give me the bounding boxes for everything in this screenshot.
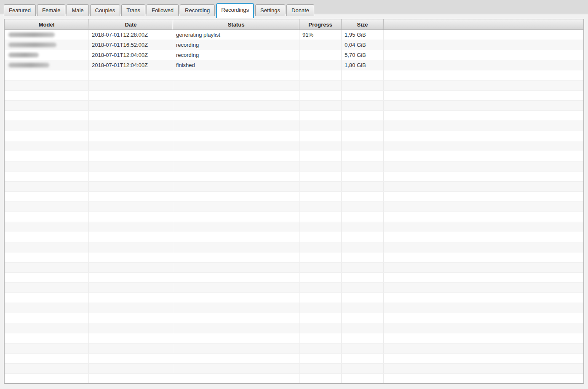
cell-filler bbox=[384, 293, 583, 303]
cell-progress bbox=[299, 232, 342, 242]
cell-model bbox=[5, 303, 89, 313]
cell-date bbox=[89, 141, 173, 151]
tab-couples[interactable]: Couples bbox=[90, 4, 120, 16]
status-value: finished bbox=[176, 62, 195, 68]
cell-date bbox=[89, 80, 173, 90]
tab-followed[interactable]: Followed bbox=[147, 4, 179, 16]
empty-row bbox=[5, 70, 583, 80]
cell-model bbox=[5, 172, 89, 181]
date-value: 2018-07-01T12:28:00Z bbox=[92, 32, 148, 38]
cell-model bbox=[5, 161, 89, 171]
cell-filler bbox=[384, 121, 583, 131]
model-name-redacted bbox=[8, 32, 55, 37]
cell-filler bbox=[384, 323, 583, 333]
tab-recordings[interactable]: Recordings bbox=[216, 3, 254, 18]
cell-progress bbox=[299, 172, 342, 181]
cell-progress bbox=[299, 60, 342, 70]
cell-model bbox=[5, 273, 89, 282]
cell-progress bbox=[299, 182, 342, 191]
cell-progress bbox=[299, 242, 342, 252]
column-header-status[interactable]: Status bbox=[173, 19, 299, 30]
cell-progress bbox=[299, 101, 342, 110]
cell-size bbox=[342, 80, 384, 90]
tab-label: Couples bbox=[95, 7, 115, 13]
cell-size bbox=[342, 283, 384, 292]
cell-status bbox=[173, 101, 299, 110]
tab-label: Featured bbox=[9, 7, 31, 13]
tab-recording[interactable]: Recording bbox=[180, 4, 215, 16]
cell-status bbox=[173, 161, 299, 171]
cell-progress bbox=[299, 273, 342, 282]
cell-date bbox=[89, 242, 173, 252]
tab-label: Recordings bbox=[221, 7, 249, 13]
cell-date bbox=[89, 182, 173, 191]
cell-date bbox=[89, 131, 173, 141]
date-value: 2018-07-01T16:52:00Z bbox=[92, 42, 148, 48]
cell-date bbox=[89, 111, 173, 121]
tab-trans[interactable]: Trans bbox=[121, 4, 145, 16]
cell-model bbox=[5, 313, 89, 323]
empty-row bbox=[5, 80, 583, 91]
cell-date bbox=[89, 293, 173, 303]
cell-size bbox=[342, 242, 384, 252]
model-name-redacted bbox=[8, 63, 49, 67]
status-value: recording bbox=[176, 52, 199, 58]
cell-progress bbox=[299, 283, 342, 292]
tab-female[interactable]: Female bbox=[37, 4, 65, 16]
cell-model bbox=[5, 70, 89, 80]
recording-row[interactable]: 2018-07-01T12:04:00Zfinished1,80 GiB bbox=[5, 60, 583, 70]
column-header-date[interactable]: Date bbox=[89, 19, 173, 30]
cell-progress bbox=[299, 374, 342, 384]
cell-size bbox=[342, 374, 384, 384]
recording-row[interactable]: 2018-07-01T12:28:00Zgenerating playlist9… bbox=[5, 30, 583, 40]
cell-size bbox=[342, 303, 384, 313]
cell-status bbox=[173, 182, 299, 191]
cell-progress bbox=[299, 50, 342, 60]
empty-row bbox=[5, 293, 583, 303]
cell-status bbox=[173, 222, 299, 232]
cell-progress bbox=[299, 252, 342, 262]
tab-donate[interactable]: Donate bbox=[286, 4, 314, 16]
cell-size bbox=[342, 293, 384, 303]
cell-size bbox=[342, 343, 384, 353]
cell-size bbox=[342, 313, 384, 323]
tab-featured[interactable]: Featured bbox=[4, 4, 36, 16]
empty-row bbox=[5, 343, 583, 354]
cell-date bbox=[89, 252, 173, 262]
recording-row[interactable]: 2018-07-01T12:04:00Zrecording5,70 GiB bbox=[5, 50, 583, 60]
column-header-size[interactable]: Size bbox=[342, 19, 384, 30]
cell-model bbox=[5, 30, 89, 40]
cell-progress bbox=[299, 91, 342, 100]
cell-progress bbox=[299, 333, 342, 343]
cell-status bbox=[173, 91, 299, 100]
cell-date bbox=[89, 70, 173, 80]
tab-settings[interactable]: Settings bbox=[255, 4, 285, 16]
cell-progress bbox=[299, 303, 342, 313]
empty-row bbox=[5, 242, 583, 252]
column-header-progress[interactable]: Progress bbox=[299, 19, 342, 30]
recording-row[interactable]: 2018-07-01T16:52:00Zrecording0,04 GiB bbox=[5, 40, 583, 50]
cell-size bbox=[342, 252, 384, 262]
recordings-table: ModelDateStatusProgressSize 2018-07-01T1… bbox=[4, 19, 584, 384]
cell-filler bbox=[384, 263, 583, 272]
column-header-model[interactable]: Model bbox=[5, 19, 89, 30]
cell-date bbox=[89, 333, 173, 343]
cell-model bbox=[5, 343, 89, 353]
tab-label: Settings bbox=[260, 7, 280, 13]
cell-status bbox=[173, 141, 299, 151]
empty-row bbox=[5, 111, 583, 121]
date-value: 2018-07-01T12:04:00Z bbox=[92, 52, 148, 58]
cell-date bbox=[89, 101, 173, 110]
cell-size bbox=[342, 172, 384, 181]
tab-male[interactable]: Male bbox=[67, 4, 88, 16]
cell-size bbox=[342, 192, 384, 201]
cell-model bbox=[5, 111, 89, 121]
cell-status bbox=[173, 364, 299, 373]
empty-row bbox=[5, 202, 583, 212]
tab-label: Female bbox=[42, 7, 60, 13]
cell-size bbox=[342, 121, 384, 131]
cell-progress bbox=[299, 293, 342, 303]
cell-filler bbox=[384, 252, 583, 262]
cell-status bbox=[173, 70, 299, 80]
cell-progress bbox=[299, 222, 342, 232]
